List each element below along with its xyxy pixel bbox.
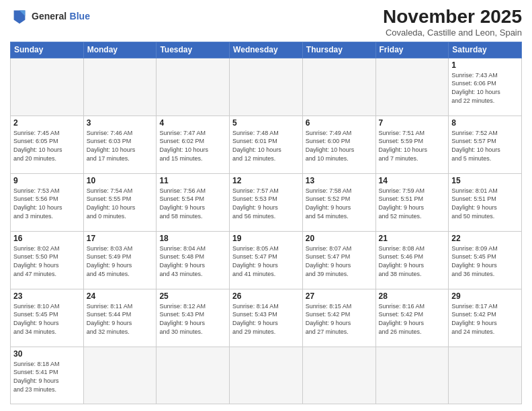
- calendar-cell: [230, 58, 303, 116]
- day-number: 20: [306, 234, 373, 243]
- day-number: 28: [379, 291, 446, 301]
- calendar-cell: 5Sunrise: 7:48 AM Sunset: 6:01 PM Daylig…: [230, 116, 303, 173]
- day-info: Sunrise: 7:43 AM Sunset: 6:06 PM Dayligh…: [451, 71, 519, 105]
- calendar-week-row: 9Sunrise: 7:53 AM Sunset: 5:56 PM Daylig…: [11, 173, 522, 231]
- day-number: 21: [379, 234, 446, 243]
- calendar-cell: 9Sunrise: 7:53 AM Sunset: 5:56 PM Daylig…: [11, 173, 84, 231]
- day-number: 10: [87, 176, 154, 185]
- day-info: Sunrise: 7:49 AM Sunset: 6:00 PM Dayligh…: [306, 129, 373, 163]
- day-number: 3: [87, 118, 154, 128]
- calendar-cell: 10Sunrise: 7:54 AM Sunset: 5:55 PM Dayli…: [83, 173, 157, 231]
- title-block: November 2025 Covaleda, Castille and Leo…: [383, 7, 522, 38]
- day-info: Sunrise: 8:01 AM Sunset: 5:51 PM Dayligh…: [451, 187, 519, 220]
- calendar-cell: 21Sunrise: 8:08 AM Sunset: 5:46 PM Dayli…: [375, 231, 449, 289]
- calendar-cell: 6Sunrise: 7:49 AM Sunset: 6:00 PM Daylig…: [302, 116, 375, 173]
- col-header-tuesday: Tuesday: [157, 42, 230, 58]
- calendar-cell: 14Sunrise: 7:59 AM Sunset: 5:51 PM Dayli…: [375, 173, 449, 231]
- calendar-cell: 20Sunrise: 8:07 AM Sunset: 5:47 PM Dayli…: [302, 231, 375, 289]
- day-info: Sunrise: 8:09 AM Sunset: 5:45 PM Dayligh…: [451, 244, 519, 278]
- calendar-cell: [302, 58, 375, 116]
- day-info: Sunrise: 7:53 AM Sunset: 5:56 PM Dayligh…: [13, 187, 81, 220]
- day-info: Sunrise: 8:03 AM Sunset: 5:49 PM Dayligh…: [87, 244, 154, 278]
- calendar-week-row: 16Sunrise: 8:02 AM Sunset: 5:50 PM Dayli…: [11, 231, 522, 289]
- calendar-cell: [449, 347, 522, 404]
- day-info: Sunrise: 8:18 AM Sunset: 5:41 PM Dayligh…: [13, 360, 81, 394]
- calendar-cell: 26Sunrise: 8:14 AM Sunset: 5:43 PM Dayli…: [230, 289, 303, 347]
- calendar-cell: 18Sunrise: 8:04 AM Sunset: 5:48 PM Dayli…: [157, 231, 230, 289]
- day-info: Sunrise: 7:58 AM Sunset: 5:52 PM Dayligh…: [306, 187, 373, 220]
- calendar-week-row: 23Sunrise: 8:10 AM Sunset: 5:45 PM Dayli…: [11, 289, 522, 347]
- day-number: 29: [451, 291, 519, 301]
- day-info: Sunrise: 8:17 AM Sunset: 5:42 PM Dayligh…: [451, 302, 519, 336]
- day-number: 24: [87, 291, 154, 301]
- day-number: 4: [159, 118, 226, 128]
- day-info: Sunrise: 7:51 AM Sunset: 5:59 PM Dayligh…: [379, 129, 446, 163]
- day-number: 27: [306, 291, 373, 301]
- day-info: Sunrise: 7:56 AM Sunset: 5:54 PM Dayligh…: [159, 187, 226, 220]
- day-info: Sunrise: 7:54 AM Sunset: 5:55 PM Dayligh…: [87, 187, 154, 220]
- col-header-friday: Friday: [375, 42, 449, 58]
- calendar-cell: 16Sunrise: 8:02 AM Sunset: 5:50 PM Dayli…: [11, 231, 84, 289]
- calendar-cell: 4Sunrise: 7:47 AM Sunset: 6:02 PM Daylig…: [157, 116, 230, 173]
- day-number: 12: [232, 176, 300, 185]
- calendar-cell: [375, 347, 449, 404]
- logo-text: General Blue: [32, 10, 90, 22]
- day-info: Sunrise: 7:52 AM Sunset: 5:57 PM Dayligh…: [451, 129, 519, 163]
- calendar-table: SundayMondayTuesdayWednesdayThursdayFrid…: [10, 42, 522, 404]
- day-number: 17: [87, 234, 154, 243]
- day-info: Sunrise: 7:47 AM Sunset: 6:02 PM Dayligh…: [159, 129, 226, 163]
- col-header-monday: Monday: [83, 42, 157, 58]
- calendar-cell: 13Sunrise: 7:58 AM Sunset: 5:52 PM Dayli…: [302, 173, 375, 231]
- day-number: 11: [159, 176, 226, 185]
- day-number: 13: [306, 176, 373, 185]
- calendar-cell: 1Sunrise: 7:43 AM Sunset: 6:06 PM Daylig…: [449, 58, 522, 116]
- calendar-cell: [157, 58, 230, 116]
- day-number: 7: [379, 118, 446, 128]
- location-subtitle: Covaleda, Castille and Leon, Spain: [383, 28, 522, 38]
- day-number: 15: [451, 176, 519, 185]
- calendar-cell: 2Sunrise: 7:45 AM Sunset: 6:05 PM Daylig…: [11, 116, 84, 173]
- day-number: 26: [232, 291, 300, 301]
- calendar-week-row: 30Sunrise: 8:18 AM Sunset: 5:41 PM Dayli…: [11, 347, 522, 404]
- day-number: 5: [232, 118, 300, 128]
- day-info: Sunrise: 7:57 AM Sunset: 5:53 PM Dayligh…: [232, 187, 300, 220]
- month-year-title: November 2025: [383, 7, 522, 28]
- day-info: Sunrise: 8:15 AM Sunset: 5:42 PM Dayligh…: [306, 302, 373, 336]
- day-info: Sunrise: 8:16 AM Sunset: 5:42 PM Dayligh…: [379, 302, 446, 336]
- day-info: Sunrise: 8:11 AM Sunset: 5:44 PM Dayligh…: [87, 302, 154, 336]
- day-number: 6: [306, 118, 373, 128]
- calendar-cell: [375, 58, 449, 116]
- page: General Blue November 2025 Covaleda, Cas…: [0, 0, 532, 411]
- col-header-saturday: Saturday: [449, 42, 522, 58]
- day-info: Sunrise: 7:59 AM Sunset: 5:51 PM Dayligh…: [379, 187, 446, 220]
- day-info: Sunrise: 8:14 AM Sunset: 5:43 PM Dayligh…: [232, 302, 300, 336]
- day-info: Sunrise: 8:12 AM Sunset: 5:43 PM Dayligh…: [159, 302, 226, 336]
- calendar-cell: 25Sunrise: 8:12 AM Sunset: 5:43 PM Dayli…: [157, 289, 230, 347]
- day-info: Sunrise: 8:04 AM Sunset: 5:48 PM Dayligh…: [159, 244, 226, 278]
- day-info: Sunrise: 8:05 AM Sunset: 5:47 PM Dayligh…: [232, 244, 300, 278]
- calendar-cell: [230, 347, 303, 404]
- calendar-cell: 19Sunrise: 8:05 AM Sunset: 5:47 PM Dayli…: [230, 231, 303, 289]
- header: General Blue November 2025 Covaleda, Cas…: [10, 7, 522, 38]
- calendar-cell: 3Sunrise: 7:46 AM Sunset: 6:03 PM Daylig…: [83, 116, 157, 173]
- day-number: 8: [451, 118, 519, 128]
- calendar-header-row: SundayMondayTuesdayWednesdayThursdayFrid…: [11, 42, 522, 58]
- calendar-cell: 23Sunrise: 8:10 AM Sunset: 5:45 PM Dayli…: [11, 289, 84, 347]
- calendar-cell: 7Sunrise: 7:51 AM Sunset: 5:59 PM Daylig…: [375, 116, 449, 173]
- calendar-cell: [83, 58, 157, 116]
- day-number: 1: [451, 60, 519, 70]
- calendar-cell: 28Sunrise: 8:16 AM Sunset: 5:42 PM Dayli…: [375, 289, 449, 347]
- col-header-sunday: Sunday: [11, 42, 84, 58]
- calendar-cell: 12Sunrise: 7:57 AM Sunset: 5:53 PM Dayli…: [230, 173, 303, 231]
- day-number: 2: [13, 118, 81, 128]
- calendar-cell: 29Sunrise: 8:17 AM Sunset: 5:42 PM Dayli…: [449, 289, 522, 347]
- calendar-cell: 17Sunrise: 8:03 AM Sunset: 5:49 PM Dayli…: [83, 231, 157, 289]
- calendar-cell: 30Sunrise: 8:18 AM Sunset: 5:41 PM Dayli…: [11, 347, 84, 404]
- day-info: Sunrise: 7:48 AM Sunset: 6:01 PM Dayligh…: [232, 129, 300, 163]
- calendar-cell: [11, 58, 84, 116]
- calendar-cell: 8Sunrise: 7:52 AM Sunset: 5:57 PM Daylig…: [449, 116, 522, 173]
- day-number: 30: [13, 349, 81, 359]
- day-number: 18: [159, 234, 226, 243]
- day-number: 16: [13, 234, 81, 243]
- day-number: 25: [159, 291, 226, 301]
